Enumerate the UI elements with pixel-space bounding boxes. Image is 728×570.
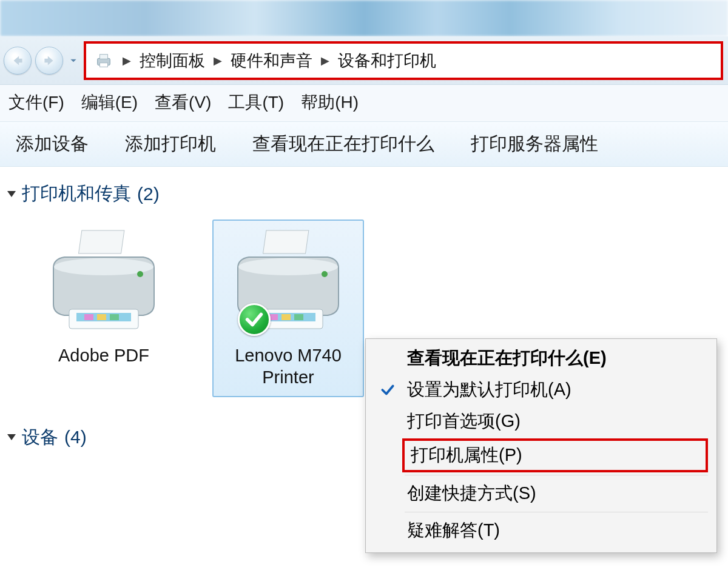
breadcrumb-devices-printers[interactable]: 设备和打印机 [338, 50, 436, 72]
svg-rect-11 [263, 230, 309, 253]
check-icon [372, 382, 403, 398]
printer-item-adobe-pdf[interactable]: Adobe PDF [28, 220, 180, 397]
printer-location-icon [93, 50, 114, 71]
command-bar: 添加设备 添加打印机 查看现在正在打印什么 打印服务器属性 [0, 122, 728, 167]
svg-point-5 [137, 271, 143, 277]
svg-rect-8 [84, 314, 93, 320]
section-header-printers[interactable]: 打印机和传真 (2) [4, 179, 724, 215]
cmd-see-whats-printing[interactable]: 查看现在正在打印什么 [252, 132, 434, 156]
svg-rect-9 [97, 314, 106, 320]
disclosure-triangle-icon [7, 191, 16, 197]
breadcrumb-separator: ▶ [321, 54, 329, 67]
svg-rect-1 [99, 54, 107, 59]
nav-back-button[interactable] [4, 47, 32, 75]
section-count: (2) [137, 184, 160, 204]
breadcrumb-separator: ▶ [123, 54, 131, 67]
arrow-right-icon [41, 53, 57, 69]
ctx-printer-properties[interactable]: 打印机属性(P) [402, 438, 708, 472]
check-icon [244, 309, 265, 330]
ctx-troubleshoot[interactable]: 疑难解答(T) [368, 515, 714, 546]
svg-rect-18 [294, 314, 303, 320]
cmd-add-device[interactable]: 添加设备 [16, 132, 89, 156]
menu-separator [405, 512, 708, 512]
menu-file[interactable]: 文件(F) [8, 91, 64, 114]
nav-history-dropdown[interactable] [67, 49, 80, 73]
ctx-printing-preferences[interactable]: 打印首选项(G) [368, 406, 714, 437]
svg-rect-17 [281, 314, 291, 320]
svg-point-13 [322, 271, 328, 277]
breadcrumb-hardware-sound[interactable]: 硬件和声音 [231, 50, 312, 72]
section-title: 打印机和传真 [22, 181, 131, 206]
arrow-left-icon [10, 53, 25, 69]
breadcrumb[interactable]: ▶ 控制面板 ▶ 硬件和声音 ▶ 设备和打印机 [84, 41, 723, 80]
printer-icon [40, 226, 167, 341]
disclosure-triangle-icon [7, 434, 16, 440]
printer-label: Adobe PDF [58, 344, 149, 366]
menu-edit[interactable]: 编辑(E) [81, 91, 138, 114]
printer-context-menu: 查看现在正在打印什么(E) 设置为默认打印机(A) 打印首选项(G) 打印机属性… [365, 338, 717, 553]
svg-rect-3 [79, 230, 124, 253]
navigation-row: ▶ 控制面板 ▶ 硬件和声音 ▶ 设备和打印机 [0, 36, 728, 85]
breadcrumb-control-panel[interactable]: 控制面板 [140, 50, 205, 72]
cmd-print-server-props[interactable]: 打印服务器属性 [471, 132, 598, 156]
menu-help[interactable]: 帮助(H) [301, 91, 359, 114]
menubar: 文件(F) 编辑(E) 查看(V) 工具(T) 帮助(H) [0, 85, 728, 122]
printer-label: Lenovo M740 Printer [235, 344, 342, 389]
printer-item-lenovo-m740[interactable]: Lenovo M740 Printer [212, 220, 364, 397]
menu-tools[interactable]: 工具(T) [228, 91, 284, 114]
ctx-set-default-printer[interactable]: 设置为默认打印机(A) [368, 374, 714, 406]
svg-rect-2 [99, 62, 107, 67]
ctx-create-shortcut[interactable]: 创建快捷方式(S) [368, 478, 714, 509]
svg-rect-10 [110, 314, 119, 320]
breadcrumb-separator: ▶ [214, 54, 222, 67]
default-printer-badge [238, 303, 271, 336]
section-title: 设备 [22, 425, 58, 450]
cmd-add-printer[interactable]: 添加打印机 [125, 132, 216, 156]
ctx-see-whats-printing[interactable]: 查看现在正在打印什么(E) [368, 343, 714, 374]
menu-separator [405, 475, 708, 475]
window-titlebar-blur [0, 0, 728, 36]
nav-forward-button[interactable] [35, 47, 63, 75]
section-count: (4) [64, 427, 87, 448]
chevron-down-icon [69, 56, 78, 65]
menu-view[interactable]: 查看(V) [155, 91, 211, 114]
